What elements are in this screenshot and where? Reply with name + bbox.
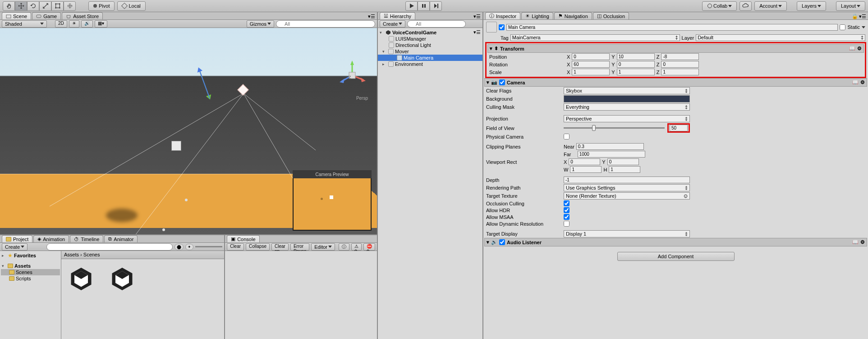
project-search-input[interactable] [46, 243, 173, 251]
tab-inspector[interactable]: ⓘInspector [485, 12, 520, 19]
dynamic-resolution-checkbox[interactable] [564, 221, 569, 227]
clear-on-play-button[interactable]: Clear on Play [271, 243, 289, 251]
tab-animation[interactable]: ◈Animation [33, 235, 69, 242]
allow-hdr-checkbox[interactable] [564, 207, 569, 213]
error-count[interactable]: ⛔ 0 [363, 243, 375, 251]
tab-menu-icon[interactable]: ▾☰ [859, 14, 866, 19]
audio-listener-header[interactable]: ▾🔊Audio Listener📖⚙ [484, 238, 867, 246]
chevron-down-icon[interactable] [862, 26, 865, 28]
viewport-h-input[interactable] [609, 166, 640, 173]
local-button[interactable]: Local [117, 1, 145, 11]
position-z-input[interactable] [661, 53, 699, 60]
tab-asset-store[interactable]: Asset Store [62, 12, 103, 19]
occlusion-culling-checkbox[interactable] [564, 200, 569, 206]
step-button[interactable] [430, 1, 442, 11]
scene-search-input[interactable] [276, 20, 375, 28]
position-x-input[interactable] [572, 53, 610, 60]
search-filter-pill[interactable]: ⬤ [175, 244, 184, 250]
orientation-gizmo[interactable]: z [336, 60, 368, 91]
scene-root-item[interactable]: ▾VoiceControlGame▾☰ [378, 29, 482, 36]
help-icon[interactable]: 📖 [849, 46, 855, 51]
transform-header[interactable]: ▾⬍Transform📖⚙ [487, 44, 864, 53]
hierarchy-create-dropdown[interactable]: Create [380, 20, 405, 28]
tab-timeline[interactable]: ⏱Timeline [70, 235, 103, 242]
rotate-tool-button[interactable] [27, 1, 39, 11]
hierarchy-search-input[interactable] [407, 20, 466, 28]
render-path-dropdown[interactable]: Use Graphics Settings‡ [564, 184, 690, 191]
rotation-z-input[interactable] [661, 61, 699, 68]
tab-navigation[interactable]: ⚑Navigation [554, 12, 592, 19]
layer-dropdown[interactable]: Default‡ [696, 34, 865, 41]
info-count[interactable]: ⓘ 0 [339, 243, 349, 251]
audio-listener-enabled-checkbox[interactable] [499, 239, 505, 245]
tab-menu-icon[interactable]: ▾☰ [473, 14, 481, 19]
warning-count[interactable]: ⚠ 0 [351, 243, 362, 251]
combined-tool-button[interactable] [64, 1, 76, 11]
scene-asset-icon[interactable] [109, 265, 136, 293]
scale-z-input[interactable] [661, 69, 699, 75]
tab-lighting[interactable]: ☀Lighting [521, 12, 553, 19]
settings-icon[interactable]: ⚙ [857, 46, 862, 51]
tab-scene[interactable]: Scene [2, 12, 31, 19]
gameobject-item[interactable]: LUISManager [378, 36, 482, 42]
settings-icon[interactable]: ⚙ [860, 79, 865, 85]
scale-tool-button[interactable] [39, 1, 51, 11]
help-icon[interactable]: 📖 [852, 239, 859, 245]
far-input[interactable] [578, 151, 645, 158]
gameobject-item[interactable]: Directional Light [378, 42, 482, 48]
tab-occlusion[interactable]: ◫Occlusion [593, 12, 629, 19]
viewport-y-input[interactable] [607, 158, 639, 165]
gameobject-item[interactable]: ▾Mover [378, 48, 482, 55]
fov-slider[interactable] [564, 127, 665, 129]
gizmos-dropdown[interactable]: Gizmos [247, 20, 274, 28]
scale-x-input[interactable] [572, 69, 610, 75]
collab-dropdown[interactable]: Collab [702, 1, 737, 11]
clear-flags-dropdown[interactable]: Skybox‡ [564, 87, 690, 94]
scene-menu-icon[interactable]: ▾☰ [473, 29, 481, 35]
object-name-input[interactable] [506, 24, 838, 31]
near-input[interactable] [576, 143, 644, 150]
fx-toggle[interactable]: ▦▾ [95, 20, 107, 28]
clear-button[interactable]: Clear [227, 243, 244, 251]
audio-toggle[interactable]: 🔊 [81, 20, 93, 28]
camera-enabled-checkbox[interactable] [499, 79, 505, 85]
error-pause-button[interactable]: Error Pause [290, 243, 309, 251]
background-color-picker[interactable] [564, 95, 690, 102]
help-icon[interactable]: 📖 [852, 79, 859, 85]
fov-input[interactable] [670, 125, 688, 131]
rotation-y-input[interactable] [617, 61, 655, 68]
layers-dropdown[interactable]: Layers [797, 1, 826, 11]
depth-input[interactable] [564, 176, 690, 183]
projection-dropdown[interactable]: Perspective‡ [564, 115, 690, 122]
allow-msaa-checkbox[interactable] [564, 214, 569, 220]
pivot-button[interactable]: Pivot [88, 1, 115, 11]
target-display-dropdown[interactable]: Display 1‡ [564, 230, 690, 237]
gameobject-item[interactable]: ▸Environment [378, 61, 482, 67]
tab-project[interactable]: Project [2, 235, 32, 242]
settings-icon[interactable]: ⚙ [860, 239, 865, 245]
scale-y-input[interactable] [617, 69, 655, 75]
hand-tool-button[interactable] [3, 1, 15, 11]
breadcrumb-item[interactable]: Assets [64, 252, 79, 257]
tag-dropdown[interactable]: MainCamera‡ [510, 34, 680, 41]
account-dropdown[interactable]: Account [754, 1, 787, 11]
favorites-item[interactable]: ▸★Favorites [1, 252, 60, 259]
lighting-toggle[interactable]: ☀ [69, 20, 79, 28]
active-checkbox[interactable] [499, 24, 505, 30]
layout-dropdown[interactable]: Layout [836, 1, 865, 11]
tab-menu-icon[interactable]: ▾☰ [368, 14, 375, 19]
play-button[interactable] [405, 1, 418, 11]
rect-tool-button[interactable] [51, 1, 64, 11]
2d-toggle[interactable]: 2D [55, 20, 67, 28]
gameobject-item-selected[interactable]: Main Camera [378, 55, 482, 61]
camera-header[interactable]: ▾📷Camera📖⚙ [484, 78, 867, 87]
viewport-w-input[interactable] [570, 166, 602, 173]
scene-viewport[interactable]: z Persp Camera Preview [0, 28, 377, 234]
search-filter-pill[interactable]: ✦ [185, 244, 193, 250]
collapse-button[interactable]: Collapse [246, 243, 270, 251]
editor-dropdown[interactable]: Editor [311, 243, 335, 251]
tab-hierarchy[interactable]: ☱Hierarchy [380, 12, 415, 19]
viewport-x-input[interactable] [569, 158, 600, 165]
rotation-x-input[interactable] [572, 61, 610, 68]
target-texture-field[interactable]: None (Render Texture)⊙ [564, 192, 690, 200]
